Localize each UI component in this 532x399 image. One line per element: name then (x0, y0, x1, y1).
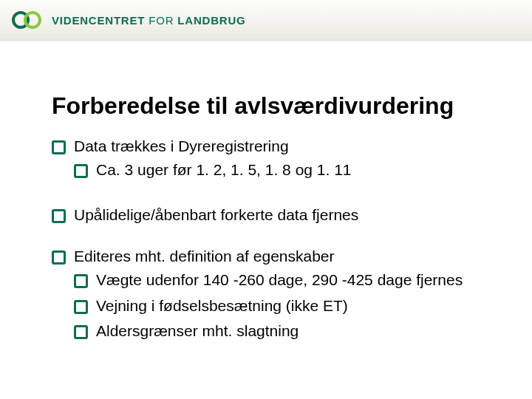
bullet-list: Editeres mht. definition af egenskaber V… (52, 246, 480, 341)
bullet-list: Upålidelige/åbenbart forkerte data fjern… (52, 205, 480, 225)
sub-list: Ca. 3 uger før 1. 2, 1. 5, 1. 8 og 1. 11 (74, 160, 480, 180)
bullet-text: Editeres mht. definition af egenskaber (74, 248, 335, 265)
brand-part-1: VIDENCENTRET (52, 14, 145, 27)
bullet-text: Aldersgrænser mht. slagtning (96, 322, 299, 339)
bullet-text: Vægte udenfor 140 -260 dage, 290 -425 da… (96, 271, 463, 288)
list-item: Upålidelige/åbenbart forkerte data fjern… (52, 205, 480, 225)
bullet-text: Data trækkes i Dyreregistrering (74, 137, 289, 154)
list-item: Vægte udenfor 140 -260 dage, 290 -425 da… (74, 270, 480, 290)
brand-part-3: LANDBRUG (177, 14, 245, 27)
bullet-text: Ca. 3 uger før 1. 2, 1. 5, 1. 8 og 1. 11 (96, 161, 352, 178)
slide-content: Forberedelse til avlsværdivurdering Data… (0, 41, 532, 341)
bullet-list: Data trækkes i Dyreregistrering Ca. 3 ug… (52, 136, 480, 181)
two-rings-icon (10, 10, 44, 30)
header-bar: VIDENCENTRET FOR LANDBRUG (0, 0, 532, 41)
list-item: Editeres mht. definition af egenskaber V… (52, 246, 480, 341)
list-item: Data trækkes i Dyreregistrering Ca. 3 ug… (52, 136, 480, 181)
slide-title: Forberedelse til avlsværdivurdering (52, 92, 480, 120)
bullet-text: Vejning i fødselsbesætning (ikke ET) (96, 297, 348, 314)
list-item: Vejning i fødselsbesætning (ikke ET) (74, 296, 480, 316)
brand-text: VIDENCENTRET FOR LANDBRUG (52, 14, 246, 27)
list-item: Aldersgrænser mht. slagtning (74, 321, 480, 341)
bullet-text: Upålidelige/åbenbart forkerte data fjern… (74, 206, 358, 223)
list-item: Ca. 3 uger før 1. 2, 1. 5, 1. 8 og 1. 11 (74, 160, 480, 180)
sub-list: Vægte udenfor 140 -260 dage, 290 -425 da… (74, 270, 480, 341)
brand-part-2: FOR (145, 14, 177, 27)
logo: VIDENCENTRET FOR LANDBRUG (10, 10, 246, 30)
